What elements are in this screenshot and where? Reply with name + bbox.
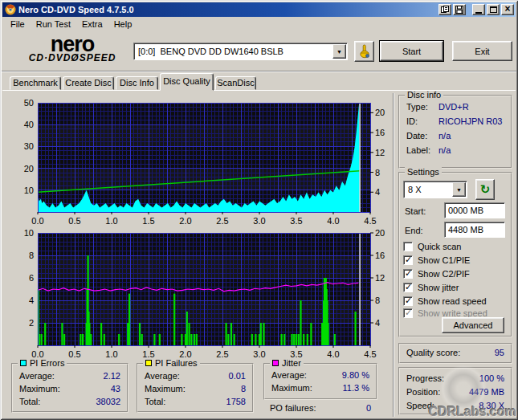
pi-errors-chart: 1020304050481216200.00.51.01.52.02.53.03…	[11, 94, 395, 225]
refresh-button[interactable]: ↻	[475, 179, 495, 200]
svg-text:50: 50	[24, 98, 34, 108]
minimize-button[interactable]	[472, 4, 485, 15]
pif-average-label: Average:	[145, 371, 180, 381]
tab-disc-info[interactable]: Disc Info	[116, 76, 158, 90]
jitter-title: Jitter	[282, 358, 301, 368]
cd-dvd-speed-logo-text: CD·DVDØSPEED	[11, 53, 133, 63]
save-button[interactable]	[453, 4, 466, 15]
pi-failures-title: PI Failures	[155, 358, 198, 368]
quick-scan-label: Quick scan	[418, 242, 461, 251]
scan-speed-value: 8 X	[404, 185, 451, 194]
disc-date-value: n/a	[438, 131, 451, 141]
minimize-icon	[475, 12, 482, 14]
exit-button[interactable]: Exit	[452, 41, 512, 61]
pi-errors-title: PI Errors	[30, 358, 64, 368]
drive-select-value: [0:0] BENQ DVD DD DW1640 BSLB	[134, 47, 332, 56]
disc-info-title: Disc info	[405, 90, 443, 100]
svg-text:10: 10	[24, 186, 34, 195]
svg-text:40: 40	[24, 120, 34, 129]
show-read-speed-checkbox[interactable]: Show read speed	[403, 295, 487, 307]
disc-id-value: RICOHJPN R03	[438, 116, 502, 126]
show-jitter-checkbox[interactable]: Show jitter	[403, 281, 459, 293]
quick-scan-checkbox[interactable]: Quick scan	[403, 240, 461, 252]
speed-value: 8.30 X	[479, 401, 504, 410]
exit-button-label: Exit	[475, 47, 489, 56]
checkbox-icon[interactable]	[403, 269, 413, 279]
show-read-speed-label: Show read speed	[418, 296, 487, 306]
eject-hand-icon	[358, 44, 371, 59]
advanced-button[interactable]: Advanced	[442, 317, 504, 333]
pif-total-value: 1758	[226, 397, 246, 406]
checkbox-icon[interactable]	[403, 283, 413, 292]
jitter-stats-group: Jitter Average:9.80 % Maximum:11.3 %	[263, 363, 377, 400]
svg-text:4.5: 4.5	[364, 349, 376, 359]
pi-errors-legend: PI Errors	[18, 358, 67, 368]
app-window: Nero CD-DVD Speed 4.7.5.0 × File Run Tes…	[0, 0, 518, 420]
refresh-icon: ↻	[480, 182, 491, 197]
show-jitter-label: Show jitter	[418, 283, 459, 292]
checkbox-icon[interactable]	[403, 255, 413, 265]
end-position-input[interactable]	[444, 222, 505, 238]
chevron-down-icon[interactable]: ▼	[332, 44, 346, 59]
svg-text:8: 8	[375, 296, 380, 305]
menu-bar: File Run Test Extra Help	[2, 17, 516, 31]
svg-text:2.5: 2.5	[216, 216, 228, 225]
svg-text:12: 12	[375, 273, 385, 283]
svg-text:20: 20	[375, 228, 385, 238]
disc-type-value: DVD+R	[438, 102, 469, 112]
show-c1-pie-checkbox[interactable]: Show C1/PIE	[403, 254, 470, 266]
svg-text:4: 4	[375, 318, 380, 328]
start-button[interactable]: Start	[380, 41, 443, 61]
tab-scandisc[interactable]: ScanDisc	[215, 76, 256, 90]
report-button[interactable]	[438, 4, 451, 15]
maximize-button[interactable]	[487, 4, 500, 15]
tab-create-disc[interactable]: Create Disc	[63, 76, 114, 90]
jitter-average-label: Average:	[271, 370, 307, 380]
pif-average-value: 0.01	[229, 371, 246, 381]
menu-help[interactable]: Help	[109, 18, 139, 31]
pif-maximum-label: Maximum:	[145, 384, 186, 393]
progress-label: Progress:	[406, 373, 444, 383]
svg-text:0.5: 0.5	[68, 349, 80, 359]
tab-disc-quality[interactable]: Disc Quality	[160, 73, 214, 91]
settings-title: Settings	[405, 167, 442, 177]
eject-button[interactable]	[354, 41, 374, 62]
start-button-label: Start	[402, 47, 421, 56]
pi-failures-legend: PI Failures	[143, 358, 200, 368]
svg-text:0.0: 0.0	[31, 216, 43, 225]
drive-select[interactable]: [0:0] BENQ DVD DD DW1640 BSLB ▼	[133, 43, 348, 60]
disc-id-label: ID:	[406, 116, 418, 126]
menu-file[interactable]: File	[6, 18, 31, 31]
menu-run-test[interactable]: Run Test	[31, 18, 77, 31]
svg-text:30: 30	[24, 141, 34, 151]
window-title: Nero CD-DVD Speed 4.7.5.0	[18, 2, 437, 17]
checkbox-icon	[403, 308, 413, 318]
pie-average-value: 2.12	[104, 371, 120, 381]
tab-benchmark[interactable]: Benchmark	[10, 76, 61, 90]
start-position-label: Start:	[405, 206, 426, 216]
chevron-down-icon[interactable]: ▼	[452, 182, 466, 197]
pi-failures-swatch	[145, 360, 152, 366]
svg-text:8: 8	[29, 251, 34, 260]
pie-maximum-label: Maximum:	[19, 384, 60, 393]
end-position-label: End:	[405, 226, 423, 235]
svg-text:1.5: 1.5	[142, 216, 154, 225]
save-icon	[455, 6, 463, 14]
show-c2-pif-checkbox[interactable]: Show C2/PIF	[403, 267, 470, 279]
svg-text:4.5: 4.5	[364, 216, 376, 225]
start-position-input[interactable]	[444, 202, 505, 218]
close-icon: ×	[504, 4, 510, 14]
checkbox-icon[interactable]	[403, 242, 413, 251]
tab-content-edge	[2, 90, 516, 91]
checkbox-icon[interactable]	[403, 296, 413, 306]
menu-extra[interactable]: Extra	[77, 18, 109, 31]
svg-text:4.0: 4.0	[327, 349, 339, 359]
jitter-maximum-value: 11.3 %	[343, 383, 369, 393]
scan-speed-select[interactable]: 8 X ▼	[403, 181, 467, 198]
progress-panel: Progress:100 % Position:4479 MB Speed:8.…	[398, 367, 512, 415]
pi-errors-stats-group: PI Errors Average:2.12 Maximum:43 Total:…	[11, 363, 128, 413]
close-button[interactable]: ×	[501, 4, 514, 15]
progress-value: 100 %	[479, 373, 504, 383]
pie-maximum-value: 43	[111, 384, 120, 393]
pif-total-label: Total:	[145, 397, 165, 406]
